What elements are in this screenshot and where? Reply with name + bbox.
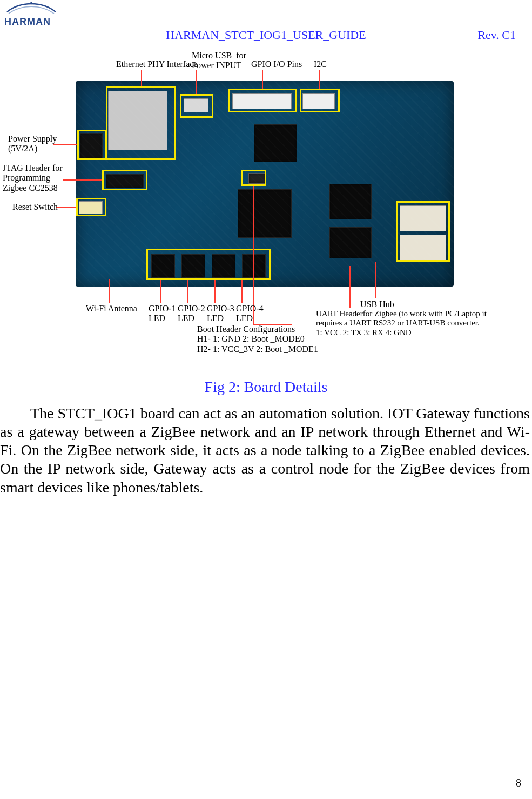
label-power: Power Supply (5V/2A) — [8, 134, 57, 154]
leader-line — [214, 280, 216, 303]
label-uart: UART Headerfor Zigbee (to work with PC/L… — [316, 309, 487, 337]
label-bootheader: Boot Header Configurations H1- 1: GND 2:… — [197, 324, 318, 354]
i2c-callout — [300, 89, 340, 112]
gpio-callout — [228, 89, 297, 112]
label-reset: Reset Switch — [12, 202, 58, 212]
label-gpio3: GPIO-3 LED — [207, 304, 234, 324]
body-paragraph: The STCT_IOG1 board can act as an automa… — [0, 404, 532, 497]
leader-line — [319, 70, 320, 89]
logo-swoosh-icon — [4, 0, 58, 16]
label-gpio2: GPIO-2 LED — [178, 304, 205, 324]
page: HARMAN HARMAN_STCT_IOG1_USER_GUIDE Rev. … — [0, 0, 532, 799]
label-gpio4: GPIO-4 LED — [236, 304, 264, 324]
jtag-callout — [102, 170, 147, 190]
label-wifi: Wi-Fi Antenna — [86, 304, 137, 314]
leader-line — [375, 262, 376, 298]
harman-logo: HARMAN — [4, 0, 64, 28]
ethernet-callout — [106, 86, 176, 160]
logo-text: HARMAN — [4, 16, 64, 28]
page-number: 8 — [516, 777, 521, 789]
leds-callout — [146, 249, 271, 280]
power-callout — [77, 130, 106, 160]
usbhub-callout — [396, 201, 450, 262]
label-gpio-io: GPIO I/O Pins — [251, 59, 302, 69]
leader-line — [109, 279, 110, 303]
leader-line — [241, 280, 243, 303]
document-title: HARMAN_STCT_IOG1_USER_GUIDE — [0, 28, 532, 42]
label-i2c: I2C — [314, 59, 327, 69]
leader-line — [63, 179, 102, 181]
leader-line — [262, 70, 263, 89]
leader-line — [187, 280, 188, 303]
leader-line — [160, 280, 161, 303]
board-figure: Ethernet PHY Interface Micro USB for Pow… — [35, 48, 497, 350]
leader-line — [196, 70, 197, 94]
reset-callout — [76, 198, 106, 216]
leader-line — [349, 266, 351, 308]
label-ethernet: Ethernet PHY Interface — [116, 59, 197, 69]
bootheader-callout — [241, 170, 266, 186]
microusb-callout — [180, 94, 213, 118]
label-jtag: JTAG Header for Programming Zigbee CC253… — [3, 163, 63, 193]
leader-line — [53, 144, 77, 145]
document-revision: Rev. C1 — [477, 28, 516, 42]
label-microusb: Micro USB for Power INPUT — [192, 51, 246, 71]
figure-caption: Fig 2: Board Details — [0, 378, 532, 396]
label-gpio1: GPIO-1 LED — [149, 304, 176, 324]
label-usbhub: USB Hub — [360, 299, 394, 309]
leader-line — [141, 70, 142, 86]
svg-point-0 — [30, 2, 32, 4]
leader-line — [56, 207, 76, 208]
